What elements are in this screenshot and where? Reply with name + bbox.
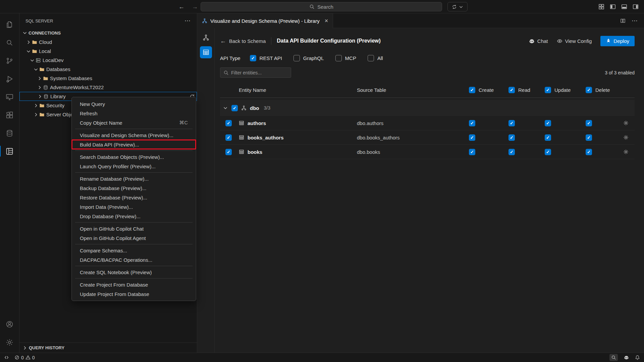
- editor-more-actions-icon[interactable]: ⋯: [632, 17, 638, 24]
- chat-button[interactable]: Chat: [529, 38, 548, 44]
- gear-icon[interactable]: [623, 135, 629, 140]
- chevron-down-icon[interactable]: [33, 67, 39, 72]
- tree-item-localdev[interactable]: LocalDev: [19, 56, 197, 65]
- delete-checkbox[interactable]: ✓: [586, 149, 592, 155]
- toggle-sidebar-right-icon[interactable]: [633, 4, 639, 10]
- api-type-graphql[interactable]: GraphQL: [293, 55, 324, 61]
- menu-item-compare-schemas[interactable]: Compare Schemas...: [72, 246, 196, 255]
- tree-item-databases[interactable]: Databases: [19, 65, 197, 74]
- checkbox-graphql[interactable]: [293, 55, 300, 61]
- entity-checkbox[interactable]: ✓: [225, 134, 232, 141]
- update-checkbox[interactable]: ✓: [545, 120, 551, 126]
- delete-checkbox[interactable]: ✓: [586, 134, 592, 141]
- tree-item-local[interactable]: Local: [19, 47, 197, 56]
- menu-item-open-in-github-copilot-agent[interactable]: Open in GitHub Copilot Agent: [72, 233, 196, 243]
- remote-indicator[interactable]: [4, 355, 9, 360]
- copilot-status[interactable]: [624, 355, 629, 360]
- deploy-button[interactable]: Deploy: [600, 36, 635, 46]
- chevron-down-icon[interactable]: [223, 105, 228, 111]
- back-arrow-icon[interactable]: ←: [178, 3, 184, 10]
- query-history-section[interactable]: QUERY HISTORY: [19, 343, 197, 353]
- activity-remote-explorer[interactable]: [0, 88, 19, 106]
- notifications-bell[interactable]: [635, 355, 640, 360]
- activity-source-control[interactable]: [0, 52, 19, 70]
- tree-item-system-databases[interactable]: System Databases: [19, 74, 197, 83]
- activity-sql-server[interactable]: [0, 124, 19, 142]
- tree-item-adventureworkslt2022[interactable]: AdventureWorksLT2022: [19, 83, 197, 92]
- menu-item-new-query[interactable]: New Query: [72, 99, 196, 109]
- menu-item-launch-query-profiler-preview[interactable]: Launch Query Profiler (Preview)...: [72, 162, 196, 171]
- chevron-down-icon[interactable]: [26, 49, 31, 54]
- update-checkbox[interactable]: ✓: [545, 149, 551, 155]
- read-checkbox[interactable]: ✓: [508, 120, 515, 126]
- select-all-read-checkbox[interactable]: ✓: [508, 87, 515, 93]
- chevron-down-icon[interactable]: [22, 30, 28, 36]
- delete-checkbox[interactable]: ✓: [586, 120, 592, 126]
- gear-icon[interactable]: [623, 120, 629, 126]
- activity-extensions[interactable]: [0, 106, 19, 124]
- filter-entities-input[interactable]: Filter entities...: [220, 67, 291, 78]
- customize-layout-icon[interactable]: [598, 4, 604, 10]
- tree-item-cloud[interactable]: Cloud: [19, 38, 197, 47]
- schema-group-row[interactable]: ✓dbo3/3: [220, 100, 635, 116]
- tab-visualize-schema[interactable]: Visualize and Design Schema (Preview) - …: [197, 13, 333, 28]
- chevron-right-icon[interactable]: [37, 76, 42, 81]
- connections-section[interactable]: CONNECTIONS: [19, 28, 197, 38]
- entity-checkbox[interactable]: ✓: [225, 149, 232, 155]
- menu-item-backup-database-preview[interactable]: Backup Database (Preview)...: [72, 183, 196, 193]
- forward-arrow-icon[interactable]: →: [192, 3, 198, 10]
- menu-item-update-project-from-database[interactable]: Update Project From Database: [72, 289, 196, 299]
- activity-accounts[interactable]: [0, 315, 19, 333]
- activity-run-and-debug[interactable]: [0, 70, 19, 88]
- activity-explorer[interactable]: [0, 15, 19, 34]
- entity-checkbox[interactable]: ✓: [225, 120, 232, 126]
- chevron-right-icon[interactable]: [33, 103, 39, 108]
- menu-item-create-project-from-database[interactable]: Create Project From Database: [72, 280, 196, 289]
- menu-item-copy-object-name[interactable]: Copy Object Name⌘C: [72, 118, 196, 127]
- checkbox-rest-api[interactable]: ✓: [250, 55, 256, 61]
- checkbox-mcp[interactable]: [335, 55, 342, 61]
- create-checkbox[interactable]: ✓: [469, 134, 475, 141]
- menu-item-build-data-api-preview[interactable]: Build Data API (Preview)...: [72, 140, 196, 149]
- gear-icon[interactable]: [623, 149, 629, 155]
- create-checkbox[interactable]: ✓: [469, 120, 475, 126]
- view-config-button[interactable]: View Config: [557, 38, 592, 44]
- group-checkbox[interactable]: ✓: [231, 105, 238, 111]
- menu-item-rename-database-preview[interactable]: Rename Database (Preview)...: [72, 174, 196, 183]
- close-icon[interactable]: ×: [325, 17, 328, 24]
- api-type-all[interactable]: All: [368, 55, 383, 61]
- problems-indicator[interactable]: 0 0: [14, 355, 35, 360]
- activity-manage[interactable]: [0, 333, 19, 351]
- menu-item-dacpac-bacpac-operations[interactable]: DACPAC/BACPAC Operations...: [72, 255, 196, 264]
- menu-item-refresh[interactable]: Refresh: [72, 109, 196, 118]
- read-checkbox[interactable]: ✓: [508, 134, 515, 141]
- select-all-update-checkbox[interactable]: ✓: [545, 87, 551, 93]
- schema-designer-button[interactable]: [200, 32, 212, 44]
- menu-item-drop-database-preview[interactable]: Drop Database (Preview)...: [72, 212, 196, 221]
- menu-item-import-data-preview[interactable]: Import Data (Preview)...: [72, 202, 196, 212]
- chevron-down-icon[interactable]: [30, 58, 35, 63]
- create-checkbox[interactable]: ✓: [469, 149, 475, 155]
- api-type-mcp[interactable]: MCP: [335, 55, 356, 61]
- api-type-rest-api[interactable]: ✓REST API: [250, 55, 282, 61]
- select-all-delete-checkbox[interactable]: ✓: [586, 87, 592, 93]
- chevron-right-icon[interactable]: [33, 112, 39, 117]
- update-checkbox[interactable]: ✓: [545, 134, 551, 141]
- menu-item-restore-database-preview[interactable]: Restore Database (Preview)...: [72, 193, 196, 202]
- menu-item-create-sql-notebook-preview[interactable]: Create SQL Notebook (Preview): [72, 267, 196, 277]
- chevron-right-icon[interactable]: [26, 40, 31, 45]
- menu-item-open-in-github-copilot-chat[interactable]: Open in GitHub Copilot Chat: [72, 224, 196, 233]
- menu-item-search-database-objects-preview[interactable]: Search Database Objects (Preview)...: [72, 152, 196, 162]
- zoom-indicator[interactable]: [609, 354, 618, 361]
- split-editor-icon[interactable]: [620, 18, 626, 23]
- activity-schema-visualizer[interactable]: [0, 142, 19, 160]
- command-center-search[interactable]: Search: [201, 2, 442, 11]
- checkbox-all[interactable]: [368, 55, 374, 61]
- select-all-create-checkbox[interactable]: ✓: [469, 87, 475, 93]
- toggle-panel-icon[interactable]: [621, 4, 627, 10]
- copilot-session-button[interactable]: [447, 2, 468, 11]
- activity-search[interactable]: [0, 34, 19, 52]
- chevron-right-icon[interactable]: [37, 85, 42, 90]
- sidebar-more-actions-icon[interactable]: ⋯: [184, 17, 191, 24]
- read-checkbox[interactable]: ✓: [508, 149, 515, 155]
